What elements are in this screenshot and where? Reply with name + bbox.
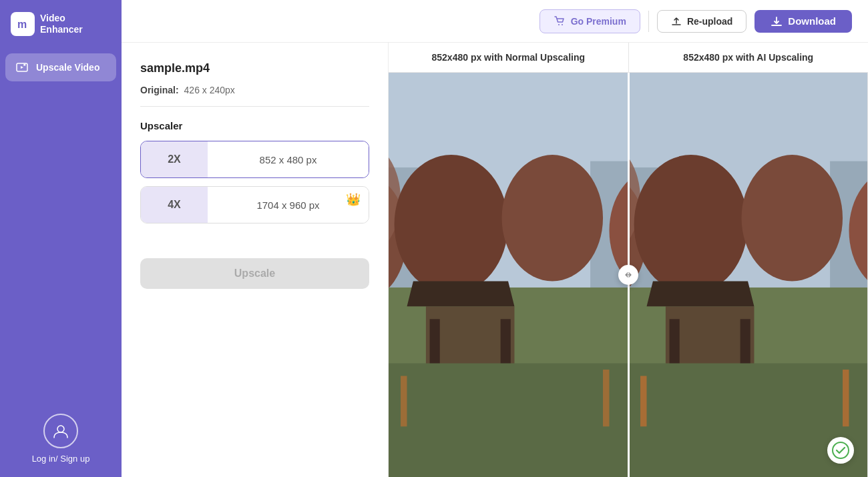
upscale-video-icon xyxy=(15,60,29,75)
right-panel: 852x480 px with Normal Upscaling 852x480… xyxy=(389,43,868,477)
resolution-4x: 1704 x 960 px 👑 xyxy=(208,187,369,223)
multiplier-2x: 2X xyxy=(141,141,208,177)
ai-upscaling-header: 852x480 px with AI Upscaling xyxy=(629,43,869,72)
svg-rect-23 xyxy=(603,370,609,426)
go-premium-button[interactable]: Go Premium xyxy=(539,9,640,33)
reupload-icon xyxy=(671,16,682,27)
login-signup-label: Log in/ Sign up xyxy=(32,454,90,464)
sidebar-item-upscale-video[interactable]: Upscale Video xyxy=(5,53,116,81)
svg-rect-22 xyxy=(401,376,407,427)
original-dimensions: 426 x 240px xyxy=(184,85,235,95)
success-checkmark-icon xyxy=(831,441,850,460)
reupload-button[interactable]: Re-upload xyxy=(657,10,746,33)
svg-point-43 xyxy=(833,442,849,458)
normal-upscaling-side xyxy=(389,73,628,477)
svg-rect-38 xyxy=(670,319,680,370)
left-panel: sample.mp4 Original: 426 x 240px Upscale… xyxy=(122,43,389,477)
avatar xyxy=(43,414,78,448)
sidebar: m Video Enhancer Upscale Video xyxy=(0,0,122,477)
svg-rect-21 xyxy=(389,364,628,477)
upscale-button[interactable]: Upscale xyxy=(140,258,369,289)
svg-point-32 xyxy=(742,155,843,281)
svg-rect-20 xyxy=(501,319,511,370)
svg-rect-19 xyxy=(430,319,440,370)
app-logo: m Video Enhancer xyxy=(0,0,122,48)
svg-point-31 xyxy=(634,155,748,294)
svg-point-13 xyxy=(502,155,604,281)
resolution-2x: 852 x 480 px xyxy=(208,141,369,177)
download-icon xyxy=(771,15,783,27)
original-label: Original: xyxy=(140,85,179,95)
panel-divider xyxy=(140,106,369,107)
premium-crown-icon: 👑 xyxy=(346,192,361,207)
upscaler-option-4x[interactable]: 4X 1704 x 960 px 👑 xyxy=(140,186,369,223)
sidebar-nav: Upscale Video xyxy=(0,48,122,87)
main-content: Go Premium Re-upload Download sample.mp4… xyxy=(122,0,868,477)
header: Go Premium Re-upload Download xyxy=(122,0,868,43)
content-area: sample.mp4 Original: 426 x 240px Upscale… xyxy=(122,43,868,477)
file-name: sample.mp4 xyxy=(140,61,369,75)
upscaler-option-2x[interactable]: 2X 852 x 480 px xyxy=(140,141,369,178)
svg-rect-41 xyxy=(640,376,646,427)
svg-marker-37 xyxy=(647,281,754,306)
comparison-header: 852x480 px with Normal Upscaling 852x480… xyxy=(389,43,868,73)
login-signup-button[interactable]: Log in/ Sign up xyxy=(19,400,103,477)
svg-text:m: m xyxy=(17,19,27,30)
svg-rect-42 xyxy=(843,370,849,426)
sidebar-item-label: Upscale Video xyxy=(36,62,99,73)
logo-icon: m xyxy=(11,12,35,36)
upscaler-heading: Upscaler xyxy=(140,120,369,131)
ai-upscaling-side xyxy=(628,73,868,477)
svg-point-4 xyxy=(562,24,563,25)
svg-rect-39 xyxy=(740,319,750,370)
original-info: Original: 426 x 240px xyxy=(140,85,369,95)
success-badge xyxy=(827,437,854,464)
svg-point-2 xyxy=(57,426,64,432)
normal-upscaling-header: 852x480 px with Normal Upscaling xyxy=(389,43,629,72)
comparison-slider[interactable] xyxy=(618,73,639,477)
svg-point-12 xyxy=(395,155,508,294)
ai-upscaling-image xyxy=(628,73,867,477)
slider-button[interactable] xyxy=(618,265,638,285)
multiplier-4x: 4X xyxy=(141,187,208,223)
svg-marker-18 xyxy=(407,281,515,306)
app-name: Video Enhancer xyxy=(40,13,83,35)
comparison-body xyxy=(389,73,868,477)
cart-icon xyxy=(554,15,566,27)
svg-point-3 xyxy=(558,24,560,25)
slider-arrows-icon xyxy=(623,270,634,280)
download-button[interactable]: Download xyxy=(754,10,852,33)
header-divider xyxy=(648,11,649,32)
normal-upscaling-image xyxy=(389,73,628,477)
